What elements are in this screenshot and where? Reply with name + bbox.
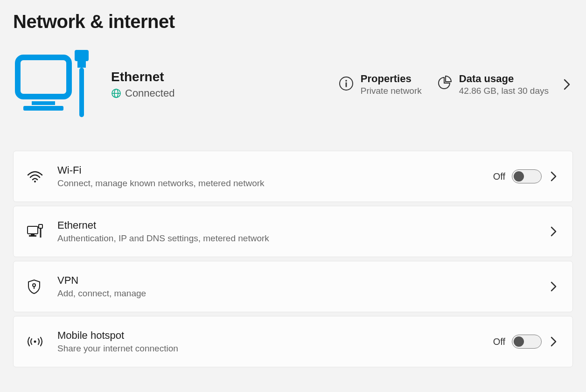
svg-rect-0	[18, 57, 69, 97]
list-item-title: VPN	[57, 274, 548, 287]
wifi-icon	[27, 169, 51, 183]
svg-rect-1	[32, 101, 55, 105]
ethernet-monitor-icon	[13, 46, 92, 123]
properties-title: Properties	[361, 73, 422, 85]
toggle-label: Off	[493, 171, 505, 182]
connection-name: Ethernet	[111, 70, 174, 84]
svg-rect-3	[75, 50, 89, 61]
svg-rect-14	[31, 234, 35, 235]
connection-summary: Ethernet Connected	[13, 46, 174, 123]
list-item-subtitle: Share your internet connection	[57, 343, 493, 354]
svg-point-20	[34, 341, 36, 343]
data-usage-button[interactable]: Data usage 42.86 GB, last 30 days	[434, 71, 551, 98]
settings-list: Wi-Fi Connect, manage known networks, me…	[13, 151, 573, 367]
svg-rect-2	[23, 106, 63, 111]
list-item-ethernet[interactable]: Ethernet Authentication, IP and DNS sett…	[13, 206, 573, 257]
hotspot-toggle[interactable]	[512, 335, 542, 349]
properties-subtitle: Private network	[361, 86, 422, 96]
chevron-right-icon	[548, 336, 559, 348]
chevron-right-icon	[548, 170, 559, 182]
data-usage-title: Data usage	[459, 73, 549, 85]
connection-detail-chevron[interactable]	[561, 78, 573, 91]
list-item-subtitle: Authentication, IP and DNS settings, met…	[57, 233, 548, 244]
svg-rect-15	[29, 235, 36, 237]
svg-rect-5	[79, 68, 84, 117]
data-usage-subtitle: 42.86 GB, last 30 days	[459, 86, 549, 96]
list-item-subtitle: Add, connect, manage	[57, 288, 548, 299]
svg-rect-4	[77, 61, 86, 68]
svg-rect-13	[28, 226, 38, 234]
info-icon	[338, 76, 354, 93]
shield-icon	[27, 279, 51, 294]
wifi-toggle[interactable]	[512, 169, 542, 183]
toggle-label: Off	[493, 336, 505, 347]
svg-rect-16	[39, 224, 42, 228]
svg-rect-17	[40, 228, 42, 238]
globe-icon	[111, 88, 121, 98]
connection-state: Connected	[125, 87, 174, 99]
properties-button[interactable]: Properties Private network	[335, 71, 425, 98]
hotspot-icon	[27, 335, 51, 349]
list-item-title: Ethernet	[57, 219, 548, 231]
pie-chart-icon	[437, 76, 453, 93]
list-item-vpn[interactable]: VPN Add, connect, manage	[13, 261, 573, 312]
page-title: Network & internet	[13, 11, 573, 32]
svg-rect-11	[345, 83, 347, 87]
list-item-title: Mobile hotspot	[57, 329, 493, 342]
svg-point-12	[34, 181, 36, 182]
svg-rect-19	[34, 286, 35, 289]
connection-status: Ethernet Connected	[13, 46, 573, 128]
list-item-hotspot[interactable]: Mobile hotspot Share your internet conne…	[13, 316, 573, 367]
list-item-wifi[interactable]: Wi-Fi Connect, manage known networks, me…	[13, 151, 573, 202]
list-item-subtitle: Connect, manage known networks, metered …	[57, 178, 493, 189]
svg-point-10	[345, 80, 347, 82]
chevron-right-icon	[548, 225, 559, 238]
ethernet-icon	[27, 224, 51, 239]
chevron-right-icon	[548, 280, 559, 293]
list-item-title: Wi-Fi	[57, 164, 493, 176]
